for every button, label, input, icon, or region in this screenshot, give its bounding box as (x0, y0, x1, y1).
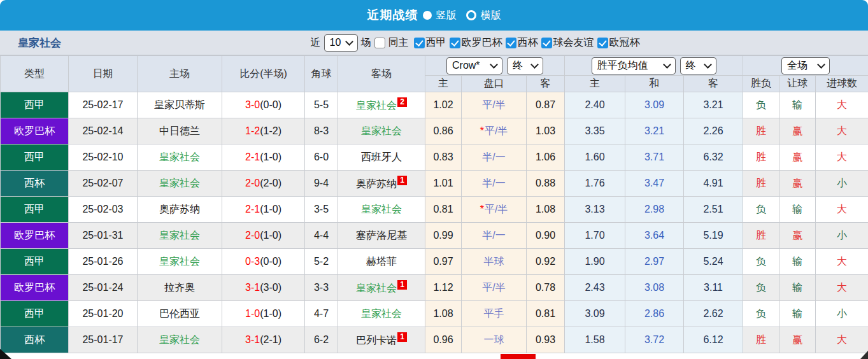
cell-date: 25-01-24 (69, 275, 138, 301)
cell-away-team: 奥萨苏纳1 (338, 171, 425, 197)
chevron-down-icon (663, 60, 671, 69)
cell-avg-home: 1.70 (565, 223, 625, 249)
cell-asia-handicap: 半/一 (462, 223, 527, 249)
cell-avg-away: 3.21 (684, 92, 743, 118)
league-label: 西甲 (426, 36, 446, 50)
cell-away-team: 塞萨洛尼基 (338, 223, 425, 249)
col-header-home: 主场 (138, 56, 222, 92)
cell-result: 负 (743, 197, 779, 223)
cell-handicap-result: 输 (779, 249, 816, 275)
halftime-score: (2-0) (260, 178, 281, 188)
cell-handicap-result: 赢 (779, 223, 816, 249)
league-checkbox[interactable] (506, 38, 516, 48)
league-checkbox[interactable] (541, 38, 552, 48)
col-header-avg-home: 主 (565, 76, 625, 92)
cell-result: 负 (743, 249, 779, 275)
vertical-radio[interactable] (423, 11, 432, 20)
league-checkbox[interactable] (414, 38, 425, 48)
cell-asia-home: 0.83 (425, 144, 462, 171)
asia-time-select[interactable]: 终 (507, 57, 543, 74)
table-row: 西甲25-01-26皇家社会0-3(0-0)5-2赫塔菲0.97半球0.921.… (1, 249, 868, 275)
cell-home-team: 皇家贝蒂斯 (138, 92, 222, 118)
cell-home-team: 皇家社会 (138, 223, 222, 249)
chevron-down-icon (817, 60, 825, 69)
halftime-score: (0-0) (260, 99, 281, 110)
cell-handicap-result: 赢 (779, 327, 816, 353)
cell-league-type: 欧罗巴杯 (1, 118, 69, 144)
fulltime-score: 1-2 (245, 125, 260, 136)
horizontal-radio[interactable] (466, 10, 476, 20)
league-checkbox[interactable] (597, 38, 608, 48)
avg-odds-select[interactable]: 胜平负均值 (592, 57, 676, 74)
cell-result: 负 (743, 301, 779, 327)
cell-league-type: 西甲 (1, 197, 69, 223)
chevron-down-icon (530, 60, 539, 69)
cell-away-team: 皇家社会 (338, 197, 425, 223)
cell-result: 胜 (743, 118, 779, 144)
cell-avg-home: 1.76 (565, 171, 625, 197)
cell-avg-away: 2.62 (684, 301, 743, 327)
cell-score: 2-0(2-0) (222, 171, 305, 197)
cell-avg-draw: 3.21 (625, 118, 684, 144)
team-name: 皇家社会 (18, 36, 61, 50)
chevron-down-icon (345, 38, 353, 46)
cell-asia-handicap: *平/半 (462, 197, 527, 223)
halftime-score: (1-0) (260, 151, 281, 162)
horizontal-radio-label[interactable]: 横版 (481, 9, 501, 22)
cell-asia-home: 1.12 (425, 275, 462, 301)
halftime-score: (1-2) (260, 125, 281, 136)
cell-handicap-result: 赢 (779, 144, 816, 171)
cell-score: 3-1(2-1) (222, 327, 305, 353)
league-label: 欧罗巴杯 (462, 36, 502, 50)
cell-asia-away: 1.08 (527, 197, 565, 223)
cell-away-team: 皇家社会1 (338, 275, 425, 301)
cell-goals-result: 大 (816, 327, 868, 353)
cell-avg-home: 2.40 (565, 92, 625, 118)
avg-time-select[interactable]: 终 (680, 57, 716, 74)
cell-home-team: 拉齐奥 (138, 275, 222, 301)
cell-corners: 4-4 (305, 223, 338, 249)
cell-avg-away: 6.32 (684, 144, 743, 171)
company-select[interactable]: Crow* (446, 57, 502, 74)
cell-asia-handicap: 半/一 (462, 144, 527, 171)
scope-select-group: 全场 (743, 56, 868, 76)
cell-league-type: 欧罗巴杯 (1, 223, 69, 249)
cell-avg-draw: 3.47 (625, 171, 684, 197)
cell-date: 25-02-10 (69, 144, 138, 171)
halftime-score: (2-1) (260, 334, 281, 345)
cell-result: 胜 (743, 223, 779, 249)
filter-controls: 近 10 场 同主 西甲欧罗巴杯西杯球会友谊欧冠杯 (311, 34, 642, 52)
cell-asia-away: 1.03 (527, 118, 565, 144)
vertical-radio-label[interactable]: 竖版 (436, 9, 457, 22)
cell-home-team: 皇家社会 (138, 144, 222, 171)
table-row: 西杯25-01-17皇家社会3-1(2-1)6-2巴列卡诺10.96一球0.93… (1, 327, 868, 353)
cell-date: 25-01-26 (69, 249, 138, 275)
fulltime-score: 1-0 (245, 308, 260, 319)
cell-date: 25-01-31 (69, 223, 138, 249)
scope-select[interactable]: 全场 (781, 57, 830, 74)
halftime-score: (3-0) (260, 282, 281, 293)
same-home-checkbox[interactable] (374, 38, 385, 48)
table-row: 西甲25-02-10皇家社会2-1(1-0)6-0西班牙人0.83半/一1.06… (1, 144, 868, 171)
col-header-date: 日期 (69, 56, 138, 92)
chevron-down-icon (704, 60, 712, 69)
cell-avg-draw: 3.71 (625, 144, 684, 171)
cell-score: 1-0(1-0) (222, 301, 305, 327)
cell-corners: 5-2 (305, 249, 338, 275)
col-header-result: 胜负 (743, 76, 779, 92)
match-count-select[interactable]: 10 (324, 34, 358, 52)
cell-corners: 5-5 (305, 92, 338, 118)
cell-asia-home: 1.02 (425, 92, 462, 118)
cell-date: 25-02-03 (69, 197, 138, 223)
cell-corners: 3-3 (305, 275, 338, 301)
league-checkbox[interactable] (450, 38, 460, 48)
cell-asia-home: 0.96 (425, 327, 462, 353)
cell-goals-result: 小 (816, 223, 868, 249)
col-header-score: 比分(半场) (222, 56, 305, 92)
fulltime-score: 3-0 (245, 99, 260, 110)
fulltime-score: 2-0 (245, 230, 260, 241)
cell-score: 3-1(3-0) (222, 275, 305, 301)
cell-goals-result: 大 (816, 197, 868, 223)
table-row: 西甲25-02-03奥萨苏纳2-1(1-0)3-5皇家社会0.81*平/半1.0… (1, 197, 868, 223)
league-filter-group: 西甲欧罗巴杯西杯球会友谊欧冠杯 (414, 36, 642, 50)
